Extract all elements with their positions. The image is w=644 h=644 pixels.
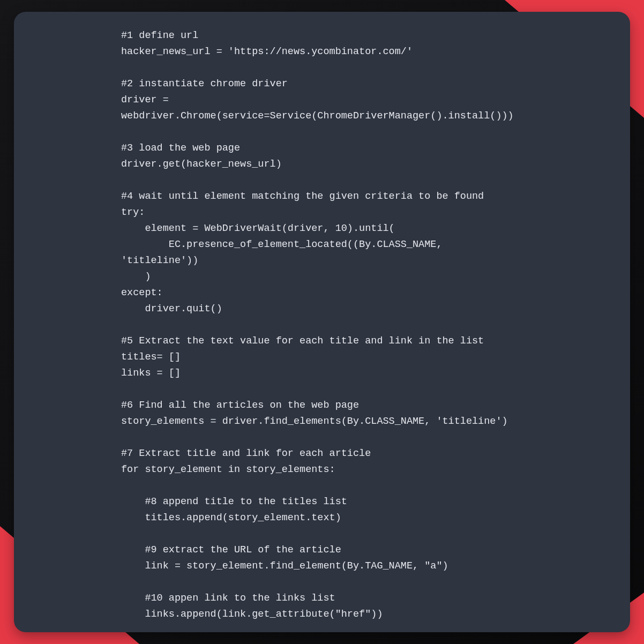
code-block-card: #1 define url hacker_news_url = 'https:/…	[14, 12, 630, 632]
code-text: #1 define url hacker_news_url = 'https:/…	[121, 30, 514, 632]
